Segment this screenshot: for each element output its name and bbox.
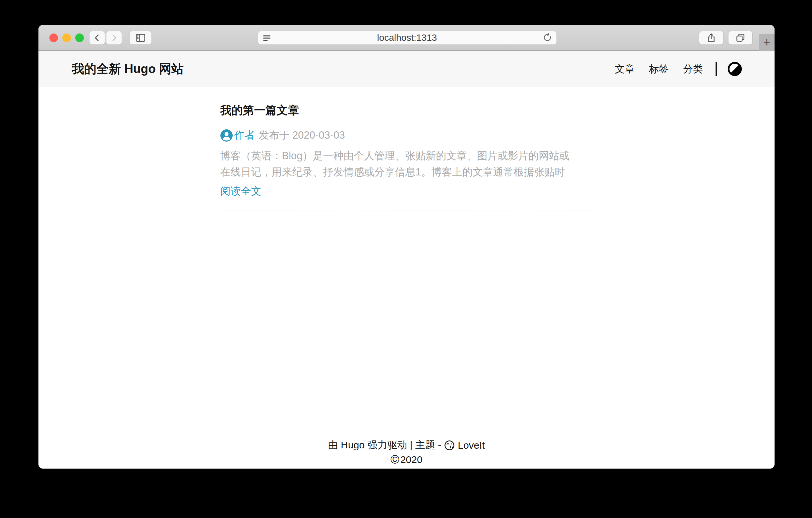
- footer-theme-link[interactable]: LoveIt: [458, 440, 485, 451]
- share-icon: [706, 32, 717, 43]
- post-meta: 作者 发布于 2020-03-03: [221, 128, 593, 142]
- author-avatar-icon: [221, 129, 233, 142]
- post-summary-card: 我的第一篇文章 作者 发布于 2020-03-03 博客（英语：Blog）是一种…: [221, 103, 593, 211]
- theme-toggle-icon[interactable]: [727, 61, 743, 77]
- sidebar-icon: [135, 32, 146, 44]
- site-title[interactable]: 我的全新 Hugo 网站: [72, 61, 184, 77]
- nav-divider: [716, 62, 717, 76]
- site-nav: 文章 标签 分类: [601, 61, 743, 77]
- footer-powered-text: 由 Hugo 强力驱动 | 主题 -: [328, 438, 441, 452]
- site-header: 我的全新 Hugo 网站 文章 标签 分类: [38, 51, 775, 87]
- tabs-icon: [735, 32, 746, 43]
- address-bar[interactable]: localhost:1313: [258, 31, 557, 45]
- kiss-face-icon: [444, 439, 456, 451]
- forward-button[interactable]: [106, 31, 122, 45]
- site-footer: 由 Hugo 强力驱动 | 主题 - LoveIt © 2020: [38, 438, 775, 469]
- nav-item-posts[interactable]: 文章: [615, 62, 635, 76]
- url-text[interactable]: localhost:1313: [271, 32, 543, 43]
- footer-powered-line: 由 Hugo 强力驱动 | 主题 - LoveIt: [38, 438, 775, 452]
- read-more-link[interactable]: 阅读全文: [221, 184, 261, 198]
- footer-copyright-line: © 2020: [38, 454, 775, 465]
- post-summary-text: 博客（英语：Blog）是一种由个人管理、张贴新的文章、图片或影片的网站或 在线日…: [221, 147, 593, 180]
- nav-item-tags[interactable]: 标签: [649, 62, 669, 76]
- reload-icon[interactable]: [543, 33, 552, 43]
- post-divider: [221, 211, 593, 211]
- nav-item-categories[interactable]: 分类: [683, 62, 703, 76]
- summary-line: 博客（英语：Blog）是一种由个人管理、张贴新的文章、图片或影片的网站或: [221, 147, 593, 164]
- back-button[interactable]: [89, 31, 105, 45]
- browser-toolbar: localhost:1313 +: [38, 25, 775, 51]
- zoom-window-button[interactable]: [75, 33, 84, 42]
- copyright-icon: ©: [390, 455, 399, 465]
- tab-overview-button[interactable]: [728, 31, 753, 45]
- post-publish-date: 发布于 2020-03-03: [259, 128, 345, 142]
- copyright-year: 2020: [400, 454, 423, 465]
- summary-line: 在线日记，用来纪录、抒发情感或分享信息1。博客上的文章通常根据张贴时: [221, 164, 593, 180]
- sidebar-toggle-button[interactable]: [129, 31, 152, 45]
- reader-icon[interactable]: [262, 33, 271, 43]
- close-window-button[interactable]: [49, 33, 58, 42]
- new-tab-button[interactable]: +: [759, 34, 775, 51]
- share-button[interactable]: [699, 31, 724, 45]
- minimize-window-button[interactable]: [62, 33, 71, 42]
- page-main: 我的第一篇文章 作者 发布于 2020-03-03 博客（英语：Blog）是一种…: [38, 87, 775, 469]
- browser-window: localhost:1313 + 我的全新 Hugo 网站 文章 标签 分类: [38, 25, 775, 469]
- post-title[interactable]: 我的第一篇文章: [221, 103, 593, 118]
- forward-icon: [109, 33, 119, 43]
- traffic-lights: [49, 33, 84, 42]
- back-icon: [92, 33, 102, 43]
- post-author-link[interactable]: 作者: [234, 128, 255, 142]
